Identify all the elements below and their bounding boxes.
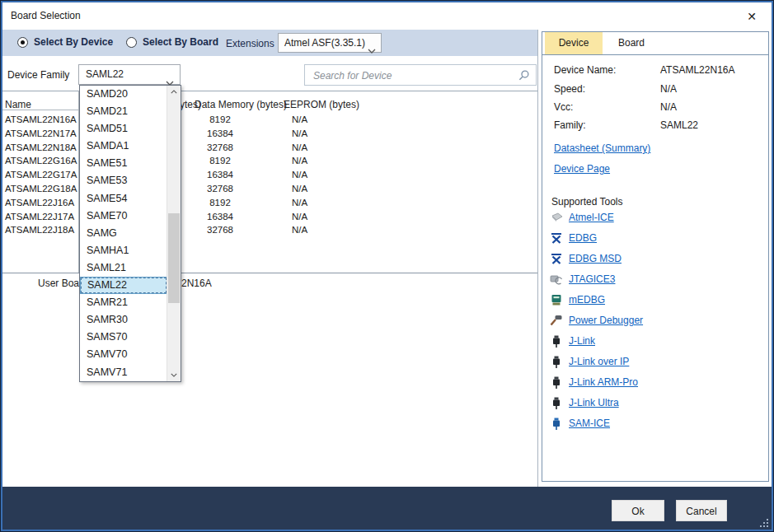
dropdown-item[interactable]: SAMD20 [80, 86, 167, 103]
search-icon[interactable] [518, 69, 530, 85]
extensions-label: Extensions [226, 38, 274, 49]
eeprom-cell: N/A [292, 225, 307, 235]
field-speed: Speed: N/A [554, 83, 760, 96]
field-label: Family: [554, 119, 586, 131]
tool-link[interactable]: SAM-ICE [569, 418, 610, 429]
column-header-eeprom[interactable]: EEPROM (bytes) [284, 99, 359, 110]
device-name-cell: ATSAML22N18A [5, 142, 77, 152]
tool-link[interactable]: J-Link [569, 335, 595, 347]
dropdown-item[interactable]: SAMD21 [80, 103, 167, 120]
supported-tools-heading: Supported Tools [551, 196, 623, 208]
dropdown-item[interactable]: SAMHA1 [80, 242, 167, 259]
atmel-ice-icon [549, 212, 563, 224]
radio-select-by-board[interactable]: Select By Board [126, 36, 218, 48]
scroll-up-icon[interactable] [167, 86, 181, 98]
data-memory-cell: 16384 [189, 212, 251, 222]
device-search-box [304, 64, 537, 86]
tool-item: EDBG MSD [549, 251, 622, 266]
tool-link[interactable]: EDBG MSD [569, 253, 622, 264]
dropdown-item[interactable]: SAMR21 [80, 294, 167, 311]
dropdown-item[interactable]: SAMD51 [80, 120, 167, 138]
device-tab-content: Device Name: ATSAML22N16A Speed: N/A Vcc… [542, 54, 768, 481]
header-underline [2, 110, 78, 110]
jlink-over-ip-icon [549, 356, 563, 368]
data-memory-cell: 8192 [189, 114, 251, 124]
dropdown-items: SAMD20 SAMD21 SAMD51 SAMDA1 SAME51 SAME5… [80, 86, 167, 381]
eeprom-cell: N/A [292, 114, 307, 124]
dropdown-item[interactable]: SAME54 [80, 190, 167, 208]
dropdown-item[interactable]: SAML21 [80, 259, 167, 277]
tool-item: J-Link over IP [549, 354, 629, 369]
eeprom-cell: N/A [292, 184, 307, 194]
scroll-down-icon[interactable] [167, 369, 181, 381]
eeprom-cell: N/A [292, 198, 307, 208]
dropdown-item[interactable]: SAME53 [80, 172, 167, 189]
device-name-cell: ATSAML22G18A [5, 184, 77, 194]
tool-link[interactable]: J-Link ARM-Pro [569, 376, 638, 388]
data-memory-cell: 32768 [189, 142, 251, 152]
details-panel: Device Board Device Name: ATSAML22N16A S… [542, 31, 769, 482]
dropdown-item-selected[interactable]: SAML22 [80, 277, 167, 294]
ok-button[interactable]: Ok [612, 500, 664, 521]
tab-device[interactable]: Device [545, 32, 603, 54]
radio-select-by-device[interactable]: Select By Device [17, 36, 113, 48]
device-family-label: Device Family [7, 69, 69, 81]
sam-ice-icon [549, 418, 563, 430]
cancel-button[interactable]: Cancel [676, 500, 727, 521]
field-label: Speed: [554, 83, 585, 95]
datasheet-link[interactable]: Datasheet (Summary) [554, 142, 650, 154]
dropdown-item[interactable]: SAMG [80, 225, 167, 242]
tool-link[interactable]: mEDBG [569, 294, 605, 306]
data-memory-cell: 32768 [189, 225, 251, 235]
tool-item: Atmel-ICE [549, 210, 614, 225]
device-name-cell: ATSAML22N16A [5, 114, 77, 124]
column-header-name[interactable]: Name [5, 99, 31, 110]
tab-board[interactable]: Board [603, 32, 660, 54]
data-memory-cell: 16384 [189, 128, 251, 138]
dropdown-item[interactable]: SAMR30 [80, 311, 167, 329]
edbg-icon [549, 232, 563, 245]
device-name-cell: ATSAML22G16A [5, 156, 77, 166]
scrollbar-thumb[interactable] [168, 213, 180, 303]
device-name-cell: ATSAML22J18A [5, 225, 74, 235]
dropdown-item[interactable]: SAMV70 [80, 346, 167, 363]
resize-grip[interactable] [758, 516, 768, 527]
tool-link[interactable]: J-Link Ultra [569, 397, 619, 408]
close-icon[interactable]: ✕ [744, 8, 760, 25]
tool-link[interactable]: EDBG [569, 232, 597, 244]
dropdown-scrollbar[interactable] [167, 86, 181, 381]
device-family-dropdown[interactable]: SAML22 [78, 64, 181, 85]
tool-link[interactable]: Power Debugger [569, 315, 643, 326]
dropdown-item[interactable]: SAME70 [80, 208, 167, 225]
board-selection-dialog: Board Selection ✕ Select By Device Selec… [0, 0, 774, 532]
tool-item: J-Link [549, 334, 595, 348]
search-input[interactable] [312, 67, 513, 85]
data-memory-cell: 32768 [189, 184, 251, 194]
field-value: N/A [660, 101, 677, 113]
dropdown-item[interactable]: SAME51 [80, 155, 167, 172]
field-value: N/A [660, 83, 677, 95]
dropdown-item[interactable]: SAMDA1 [80, 138, 167, 155]
device-name-cell: ATSAML22J17A [5, 212, 74, 222]
selection-mode-toolbar: Select By Device Select By Board Extensi… [2, 30, 537, 56]
user-board-device-fragment: 2N16A [181, 278, 212, 289]
field-label: Vcc: [554, 101, 573, 113]
tool-item: EDBG [549, 231, 597, 245]
eeprom-cell: N/A [292, 212, 307, 222]
dialog-title: Board Selection [11, 10, 81, 21]
chevron-down-icon [368, 41, 376, 59]
dropdown-item[interactable]: SAMS70 [80, 329, 167, 346]
tool-item: J-Link Ultra [549, 395, 619, 410]
power-debugger-icon [549, 315, 563, 327]
jlink-ultra-icon [549, 397, 563, 409]
dialog-footer: Ok Cancel [2, 487, 772, 530]
field-label: Device Name: [554, 64, 616, 76]
extensions-value: Atmel ASF(3.35.1) [284, 37, 365, 49]
tool-link[interactable]: Atmel-ICE [569, 212, 614, 223]
tool-link[interactable]: JTAGICE3 [569, 273, 615, 285]
column-header-data-memory[interactable]: Data Memory (bytes) [195, 99, 287, 110]
dropdown-item[interactable]: SAMV71 [80, 364, 167, 381]
device-page-link[interactable]: Device Page [554, 163, 610, 175]
tool-link[interactable]: J-Link over IP [569, 356, 629, 367]
extensions-dropdown[interactable]: Atmel ASF(3.35.1) [278, 33, 382, 53]
